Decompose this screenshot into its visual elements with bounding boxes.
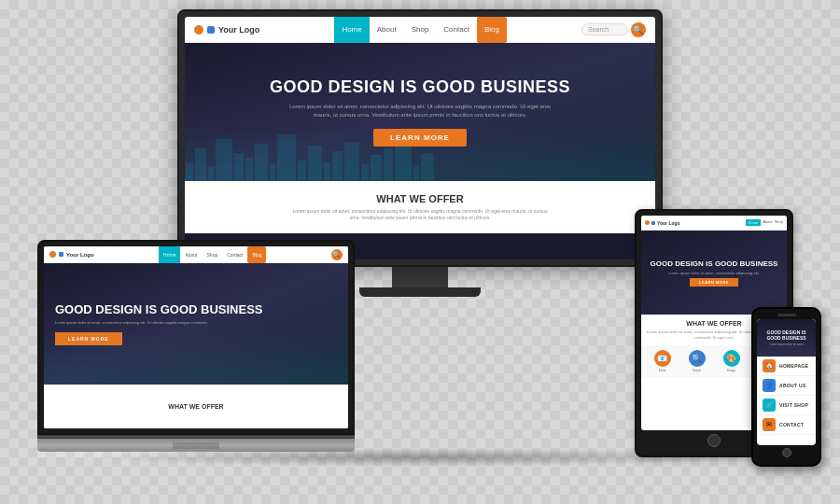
laptop-screen: Your Logo Home About Shop Contact Blog 🔍… xyxy=(44,246,348,428)
laptop-screen-area: Your Logo Home About Shop Contact Blog 🔍… xyxy=(37,240,355,435)
monitor-nav-links: Home About Shop Contact Blog xyxy=(334,17,507,43)
laptop-nav-about[interactable]: About xyxy=(180,246,202,263)
laptop-nav-contact[interactable]: Contact xyxy=(222,246,247,263)
tablet-nav-shop[interactable]: Shop xyxy=(775,219,783,226)
laptop-hero-title: GOOD DESIGN IS GOOD BUSINESS xyxy=(55,302,262,316)
phone-menu-about[interactable]: 👤 ABOUT US xyxy=(757,376,816,396)
monitor-screen: Your Logo Home About Shop Contact Blog S… xyxy=(185,17,655,259)
tablet-icon-search: 🔍 Search xyxy=(689,350,706,372)
laptop-nav: Your Logo Home About Shop Contact Blog 🔍 xyxy=(44,246,348,263)
monitor-frame: Your Logo Home About Shop Contact Blog S… xyxy=(177,9,663,267)
laptop-offer: WHAT WE OFFER xyxy=(44,385,348,428)
laptop-city-bg xyxy=(44,329,348,385)
monitor-logo: Your Logo xyxy=(194,25,259,35)
monitor-offer: WHAT WE OFFER Lorem ipsum dolor sit amet… xyxy=(185,181,655,233)
laptop-search-icon[interactable]: 🔍 xyxy=(331,249,343,260)
laptop-offer-title: WHAT WE OFFER xyxy=(168,403,223,410)
search-label: Search xyxy=(693,369,702,372)
logo-text: Your Logo xyxy=(218,25,259,35)
laptop-logo-sq xyxy=(59,252,63,257)
about-label: ABOUT US xyxy=(779,383,806,388)
homepage-icon: 🏠 xyxy=(763,359,776,372)
offer-text: Lorem ipsum dolor sit amet, consectetur … xyxy=(289,208,551,222)
logo-orange-dot xyxy=(194,25,203,35)
main-scene: Your Logo Home About Shop Contact Blog S… xyxy=(9,9,831,495)
tablet-logo-dot xyxy=(645,220,650,225)
laptop-nav-links: Home About Shop Contact Blog xyxy=(159,246,266,263)
nav-home[interactable]: Home xyxy=(334,17,369,43)
offer-title: WHAT WE OFFER xyxy=(376,193,463,204)
laptop-device: Your Logo Home About Shop Contact Blog 🔍… xyxy=(37,240,355,457)
logo-blue-square xyxy=(207,26,215,34)
laptop-logo-text: Your Logo xyxy=(66,252,94,258)
email-icon: 📧 xyxy=(654,350,671,367)
shop-label: VISIT SHOP xyxy=(779,402,808,408)
phone-device: GOOD DESIGN IS GOOD BUSINESS Lorem ipsum… xyxy=(751,307,821,467)
tablet-icon-email: 📧 Email xyxy=(654,350,671,372)
laptop-nav-home[interactable]: Home xyxy=(159,246,180,263)
tablet-home-button[interactable] xyxy=(707,434,721,447)
phone-home-area xyxy=(757,445,816,460)
tablet-nav: Your Logo Home About Shop xyxy=(641,216,787,231)
homepage-label: HOMEPAGE xyxy=(779,363,808,369)
laptop-base xyxy=(37,439,355,452)
shop-icon: 🛒 xyxy=(763,399,776,412)
tablet-nav-home[interactable]: Home xyxy=(746,219,762,226)
hero-subtitle: Lorem ipsum dolor sit amet, consectetur … xyxy=(280,103,560,119)
tablet-nav-about[interactable]: About xyxy=(763,219,772,226)
laptop-logo: Your Logo xyxy=(49,251,94,258)
search-icon[interactable]: 🔍 xyxy=(631,22,646,37)
laptop-nav-blog[interactable]: Blog xyxy=(247,246,266,263)
phone-frame: GOOD DESIGN IS GOOD BUSINESS Lorem ipsum… xyxy=(751,307,821,467)
learn-more-button[interactable]: LEARN MORE xyxy=(373,129,467,147)
phone-menu: 🏠 HOMEPAGE 👤 ABOUT US 🛒 VISIT SHOP ✉ CON… xyxy=(757,357,816,435)
about-icon: 👤 xyxy=(763,379,776,392)
phone-menu-homepage[interactable]: 🏠 HOMEPAGE xyxy=(757,357,816,376)
nav-contact[interactable]: Contact xyxy=(436,17,477,43)
laptop-nav-shop[interactable]: Shop xyxy=(203,246,223,263)
laptop-logo-dot xyxy=(49,251,56,258)
phone-menu-contact[interactable]: ✉ CONTACT xyxy=(757,415,816,435)
phone-screen: GOOD DESIGN IS GOOD BUSINESS Lorem ipsum… xyxy=(757,319,816,445)
monitor-base xyxy=(359,287,481,297)
phone-hero: GOOD DESIGN IS GOOD BUSINESS Lorem ipsum… xyxy=(757,319,816,357)
monitor-nav: Your Logo Home About Shop Contact Blog S… xyxy=(185,17,655,43)
phone-speaker xyxy=(777,314,796,316)
laptop-reflection xyxy=(37,452,355,457)
laptop-hero: GOOD DESIGN IS GOOD BUSINESS Lorem ipsum… xyxy=(44,263,348,385)
search-input[interactable]: Search xyxy=(581,23,628,35)
email-label: Email xyxy=(659,369,666,372)
laptop-touchpad[interactable] xyxy=(173,442,219,449)
tablet-learn-more[interactable]: LEARN MORE xyxy=(690,278,738,287)
tablet-logo: Your Logo xyxy=(645,220,680,226)
phone-hero-text: Lorem ipsum dolor sit amet xyxy=(769,343,803,346)
tablet-hero-title: GOOD DESIGN IS GOOD BUSINESS xyxy=(651,259,778,268)
phone-menu-shop[interactable]: 🛒 VISIT SHOP xyxy=(757,396,816,415)
tablet-hero-sub: Lorem ipsum dolor sit amet, consectetur … xyxy=(668,271,759,275)
phone-hero-title: GOOD DESIGN IS GOOD BUSINESS xyxy=(760,329,813,341)
laptop-hero-sub: Lorem ipsum dolor sit amet, consectetur … xyxy=(55,320,208,326)
nav-shop[interactable]: Shop xyxy=(404,17,437,43)
monitor-hero: GOOD DESIGN IS GOOD BUSINESS Lorem ipsum… xyxy=(185,43,655,181)
tablet-icon-design: 🎨 Design xyxy=(723,350,740,372)
nav-about[interactable]: About xyxy=(370,17,404,43)
design-label: Design xyxy=(727,369,735,372)
tablet-nav-links: Home About Shop xyxy=(746,219,783,226)
tablet-hero: GOOD DESIGN IS GOOD BUSINESS Lorem ipsum… xyxy=(641,231,787,315)
hero-title: GOOD DESIGN IS GOOD BUSINESS xyxy=(270,77,570,97)
contact-label: CONTACT xyxy=(779,422,804,427)
monitor-search: Search 🔍 xyxy=(581,22,646,37)
tablet-logo-text: Your Logo xyxy=(657,220,680,226)
monitor-neck xyxy=(392,267,448,287)
tablet-logo-sq xyxy=(651,221,655,225)
phone-home-button[interactable] xyxy=(782,448,791,457)
design-icon: 🎨 xyxy=(723,350,740,367)
nav-blog[interactable]: Blog xyxy=(477,17,507,43)
contact-icon: ✉ xyxy=(763,418,776,431)
tablet-search-icon: 🔍 xyxy=(689,350,706,367)
